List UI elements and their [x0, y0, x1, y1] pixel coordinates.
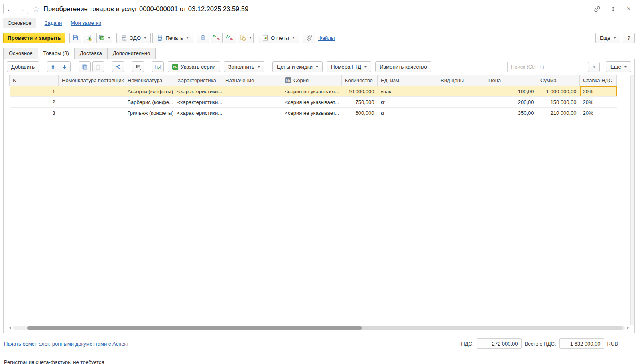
vertical-scrollbar[interactable] [630, 75, 634, 325]
cell-characteristic[interactable]: <характеристики... [174, 97, 222, 108]
dtkt-button[interactable]: ДтКт [224, 33, 236, 43]
gtd-numbers-button[interactable]: Номера ГТД [327, 61, 371, 72]
cell-item[interactable]: Барбарис (конфе... [124, 97, 174, 108]
col-series[interactable]: № Серия [282, 75, 342, 86]
cell-vat-rate[interactable]: 20% [580, 108, 617, 118]
cell-purpose[interactable] [222, 108, 282, 118]
col-qty[interactable]: Количество [342, 75, 378, 86]
search-input[interactable] [507, 62, 585, 72]
cell-qty[interactable]: 750,000 [342, 97, 378, 108]
cell-unit[interactable]: кг [378, 97, 437, 108]
horizontal-scrollbar[interactable] [9, 325, 629, 330]
linkbar-item-tasks[interactable]: Задачи [45, 20, 62, 26]
col-price-type[interactable]: Вид цены [437, 75, 485, 86]
col-item[interactable]: Номенклатура [124, 75, 174, 86]
col-sum[interactable]: Сумма [537, 75, 580, 86]
post-document-button[interactable] [83, 33, 95, 43]
prices-discounts-button[interactable]: Цены и скидки [272, 61, 323, 72]
cell-item[interactable]: Ассорти (конфеты) [124, 86, 174, 97]
col-supplier-item[interactable]: Номенклатура поставщика [59, 75, 124, 86]
create-based-on-button[interactable] [96, 33, 112, 43]
cell-characteristic[interactable]: <характеристики... [174, 108, 222, 118]
move-down-button[interactable] [59, 61, 71, 72]
move-up-button[interactable] [47, 61, 59, 72]
cell-price[interactable]: 350,00 [485, 108, 537, 118]
registers-button[interactable] [197, 33, 209, 43]
tab-goods[interactable]: Товары (3) [38, 48, 75, 59]
form-more-button[interactable]: Еще [595, 33, 620, 43]
help-button[interactable]: ? [623, 33, 635, 43]
cell-n[interactable]: 1 [10, 86, 59, 97]
get-link-icon[interactable] [593, 5, 601, 12]
scrollbar-track[interactable] [13, 326, 625, 330]
cell-unit[interactable]: кг [378, 108, 437, 118]
scrollbar-thumb[interactable] [27, 326, 362, 330]
col-price[interactable]: Цена [485, 75, 537, 86]
fill-button[interactable]: Заполнить [224, 61, 264, 72]
drcr-button[interactable]: DrCr [211, 33, 223, 43]
copy-row-button[interactable] [79, 61, 91, 72]
check-fill-button[interactable] [152, 61, 164, 72]
paste-row-button[interactable] [92, 61, 104, 72]
cell-series[interactable]: <серия не указывает... [282, 97, 342, 108]
structure-button[interactable] [112, 61, 124, 72]
cell-supplier-item[interactable] [59, 86, 124, 97]
favorite-star-icon[interactable]: ☆ [33, 4, 39, 14]
cell-qty[interactable]: 10 000,000 [342, 86, 378, 97]
tab-main[interactable]: Основное [3, 48, 38, 59]
files-link[interactable]: Файлы [318, 35, 335, 41]
add-row-button[interactable]: Добавить [7, 61, 39, 72]
linkbar-item-main[interactable]: Основное [3, 18, 36, 28]
cell-price-type[interactable] [437, 86, 485, 97]
save-button[interactable] [69, 33, 81, 43]
linkbar-item-notes[interactable]: Мои заметки [71, 20, 101, 26]
change-quality-button[interactable]: Изменить качество [375, 61, 431, 72]
barcode-scan-button[interactable] [132, 61, 144, 72]
cell-n[interactable]: 3 [10, 108, 59, 118]
col-characteristic[interactable]: Характеристика [174, 75, 222, 86]
table-row[interactable]: 2 Барбарис (конфе... <характеристики... … [10, 97, 617, 108]
cell-supplier-item[interactable] [59, 108, 124, 118]
tab-delivery[interactable]: Доставка [74, 48, 108, 59]
table-row[interactable]: 1 Ассорти (конфеты) <характеристики... <… [10, 86, 617, 97]
cell-price-type[interactable] [437, 108, 485, 118]
reports-button[interactable]: Отчеты [258, 33, 299, 43]
scroll-left-icon[interactable] [9, 326, 11, 329]
cell-sum[interactable]: 1 000 000,00 [537, 86, 580, 97]
specify-series-button[interactable]: № Указать серии [168, 61, 220, 72]
cell-vat-rate-selected[interactable]: 20% [580, 86, 617, 97]
cell-qty[interactable]: 600,000 [342, 108, 378, 118]
edo-button[interactable]: ЭДО [116, 33, 151, 43]
post-and-close-button[interactable]: Провести и закрыть [3, 33, 65, 43]
cell-purpose[interactable] [222, 97, 282, 108]
scroll-right-icon[interactable] [627, 326, 629, 329]
more-menu-icon[interactable] [609, 5, 616, 12]
cell-price[interactable]: 200,00 [485, 97, 537, 108]
col-unit[interactable]: Ед. изм. [378, 75, 437, 86]
close-icon[interactable]: × [625, 5, 632, 12]
cell-sum[interactable]: 210 000,00 [537, 108, 580, 118]
cell-characteristic[interactable]: <характеристики... [174, 86, 222, 97]
cell-item[interactable]: Грильяж (конфеты) [124, 108, 174, 118]
cell-vat-rate[interactable]: 20% [580, 97, 617, 108]
cell-n[interactable]: 2 [10, 97, 59, 108]
tab-additional[interactable]: Дополнительно [107, 48, 156, 59]
table-row[interactable]: 3 Грильяж (конфеты) <характеристики... <… [10, 108, 617, 118]
cell-supplier-item[interactable] [59, 97, 124, 108]
cell-sum[interactable]: 150 000,00 [537, 97, 580, 108]
col-n[interactable]: N [10, 75, 59, 86]
cell-series[interactable]: <серия не указывает... [282, 108, 342, 118]
cell-unit[interactable]: упак [378, 86, 437, 97]
cell-price-type[interactable] [437, 97, 485, 108]
col-purpose[interactable]: Назначение [222, 75, 282, 86]
forward-button[interactable]: → [16, 4, 28, 14]
clear-search-button[interactable]: × [588, 62, 600, 72]
document-history-button[interactable] [238, 33, 254, 43]
edo-exchange-link[interactable]: Начать обмен электронными документами с … [4, 341, 129, 347]
cell-price[interactable]: 100,00 [485, 86, 537, 97]
attachments-button[interactable] [303, 33, 315, 43]
col-vat-rate[interactable]: Ставка НДС [580, 75, 617, 86]
back-button[interactable]: ← [4, 4, 16, 14]
print-button[interactable]: Печать [152, 33, 193, 43]
grid-more-button[interactable]: Еще [606, 61, 631, 72]
